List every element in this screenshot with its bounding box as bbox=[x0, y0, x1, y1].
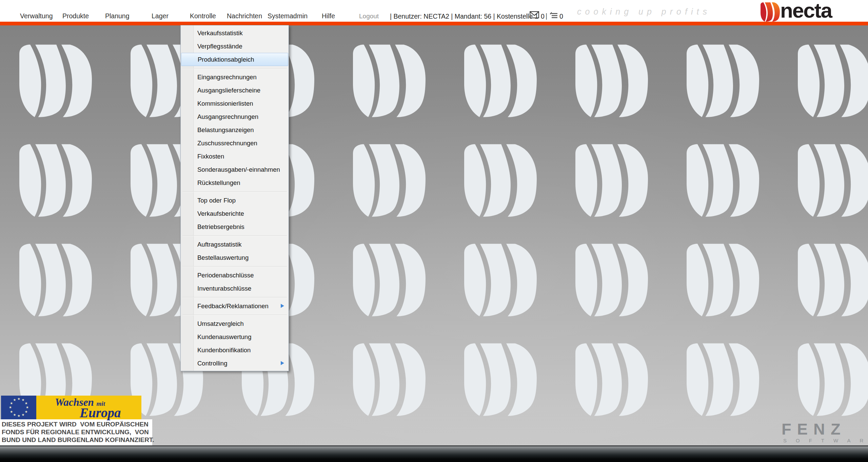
leaf-watermark bbox=[464, 44, 537, 119]
leaf-watermark bbox=[798, 343, 868, 418]
tasks-icon[interactable] bbox=[550, 12, 558, 20]
leaf-watermark bbox=[464, 244, 537, 318]
fenz-watermark: FENZ SOFTWARE bbox=[782, 421, 868, 443]
leaf-watermark bbox=[798, 44, 868, 119]
nav-kontrolle[interactable]: Kontrolle bbox=[190, 12, 216, 20]
menu-item-fixkosten[interactable]: Fixkosten bbox=[181, 150, 289, 163]
eu-banner-title: Wachsen mit Europa bbox=[36, 396, 141, 419]
necta-logo-leaf-icon bbox=[761, 2, 780, 23]
menu-item-inventurabschlüsse[interactable]: Inventurabschlüsse bbox=[181, 282, 289, 295]
nav-systemadmin[interactable]: Systemadmin bbox=[268, 12, 308, 20]
menu-item-kundenauswertung[interactable]: Kundenauswertung bbox=[181, 330, 289, 343]
leaf-watermark bbox=[687, 343, 759, 418]
leaf-watermark bbox=[687, 244, 759, 318]
nav-lager[interactable]: Lager bbox=[152, 12, 169, 20]
count-divider: | bbox=[546, 12, 547, 20]
leaf-watermark bbox=[19, 44, 92, 119]
tasks-count: 0 bbox=[559, 13, 563, 20]
logout-button[interactable]: Logout bbox=[359, 13, 379, 20]
nav-verwaltung[interactable]: Verwaltung bbox=[20, 12, 53, 20]
eu-banner-caption: DIESES PROJEKT WIRD VOM EUROPÄISCHEN FON… bbox=[0, 419, 152, 445]
leaf-watermark bbox=[19, 244, 92, 318]
eu-star-icon: ★ bbox=[22, 398, 25, 402]
session-status: | Benutzer: NECTA2 | Mandant: 56 | Koste… bbox=[390, 13, 538, 20]
leaf-watermark bbox=[353, 244, 426, 318]
menu-separator bbox=[181, 313, 289, 317]
menu-item-auftragsstatistik[interactable]: Auftragsstatistik bbox=[181, 238, 289, 251]
menu-item-kundenbonifikation[interactable]: Kundenbonifikation bbox=[181, 343, 289, 357]
menu-item-feedback-reklamationen[interactable]: Feedback/Reklamationen bbox=[181, 299, 289, 313]
menu-item-verpflegsstände[interactable]: Verpflegsstände bbox=[181, 40, 289, 53]
workspace-background: ★★★★★★★★★★★★ Wachsen mit Europa DIESES P… bbox=[0, 25, 868, 445]
eu-star-icon: ★ bbox=[17, 414, 20, 418]
menu-item-verkaufsstatistik[interactable]: Verkaufsstatistik bbox=[181, 26, 289, 40]
top-bar: VerwaltungProduktePlanungLagerKontrolleN… bbox=[0, 0, 868, 22]
menu-item-periodenabschlüsse[interactable]: Periodenabschlüsse bbox=[181, 269, 289, 282]
leaf-watermark bbox=[353, 44, 426, 119]
mail-count: 0 bbox=[541, 13, 545, 20]
eu-star-icon: ★ bbox=[22, 413, 25, 417]
menu-separator bbox=[181, 295, 289, 299]
nav-nachrichten[interactable]: Nachrichten bbox=[227, 12, 262, 20]
menu-item-produktionsabgleich[interactable]: Produktionsabgleich bbox=[181, 53, 288, 66]
menu-separator bbox=[181, 233, 289, 238]
leaf-watermark bbox=[464, 343, 537, 418]
menu-item-controlling[interactable]: Controlling bbox=[181, 357, 289, 370]
menu-separator bbox=[181, 264, 289, 269]
eu-star-icon: ★ bbox=[9, 406, 12, 409]
brand-tagline: cooking up profits bbox=[577, 7, 711, 17]
eu-star-icon: ★ bbox=[13, 413, 16, 417]
accent-bar bbox=[0, 22, 868, 25]
leaf-watermark bbox=[798, 144, 868, 218]
menu-item-betriebsergebnis[interactable]: Betriebsergebnis bbox=[181, 220, 289, 233]
eu-star-icon: ★ bbox=[10, 402, 13, 405]
leaf-watermark bbox=[353, 343, 426, 418]
leaf-watermark bbox=[687, 144, 759, 218]
kontrolle-dropdown-menu: VerkaufsstatistikVerpflegsständeProdukti… bbox=[180, 25, 289, 371]
menu-item-belastungsanzeigen[interactable]: Belastungsanzeigen bbox=[181, 123, 289, 136]
menu-item-ausgangslieferscheine[interactable]: Ausgangslieferscheine bbox=[181, 84, 289, 97]
eu-flag: ★★★★★★★★★★★★ bbox=[1, 396, 36, 419]
menu-item-zuschussrechnungen[interactable]: Zuschussrechnungen bbox=[181, 136, 289, 150]
menu-separator bbox=[181, 66, 289, 70]
eu-star-icon: ★ bbox=[10, 410, 13, 414]
menu-item-top-oder-flop[interactable]: Top oder Flop bbox=[181, 194, 289, 207]
nav-produkte[interactable]: Produkte bbox=[62, 12, 89, 20]
menu-item-sonderausgaben-einnahmen[interactable]: Sonderausgaben/-einnahmen bbox=[181, 163, 289, 176]
leaf-watermark bbox=[575, 244, 648, 318]
leaf-watermark bbox=[19, 144, 92, 218]
eu-star-icon: ★ bbox=[13, 398, 16, 402]
eu-funding-banner: ★★★★★★★★★★★★ Wachsen mit Europa DIESES P… bbox=[0, 396, 152, 445]
leaf-watermark bbox=[687, 44, 759, 119]
eu-star-icon: ★ bbox=[17, 397, 20, 401]
menu-item-bestellauswertung[interactable]: Bestellauswertung bbox=[181, 251, 289, 264]
nav-planung[interactable]: Planung bbox=[105, 12, 130, 20]
leaf-watermark bbox=[353, 144, 426, 218]
submenu-arrow-icon bbox=[281, 304, 284, 308]
leaf-watermark bbox=[464, 144, 537, 218]
nav-hilfe[interactable]: Hilfe bbox=[322, 12, 335, 20]
leaf-watermark bbox=[798, 244, 868, 318]
bottom-bar bbox=[0, 445, 868, 462]
eu-star-icon: ★ bbox=[25, 410, 28, 414]
eu-star-icon: ★ bbox=[25, 402, 28, 405]
menu-item-verkaufsberichte[interactable]: Verkaufsberichte bbox=[181, 207, 289, 220]
leaf-watermark bbox=[575, 144, 648, 218]
fenz-subtitle: SOFTWARE bbox=[782, 438, 868, 443]
fenz-name: FENZ bbox=[782, 421, 868, 437]
menu-separator bbox=[181, 189, 289, 194]
menu-item-kommissionierlisten[interactable]: Kommissionierlisten bbox=[181, 97, 289, 110]
menu-item-rückstellungen[interactable]: Rückstellungen bbox=[181, 176, 289, 189]
mail-icon[interactable] bbox=[530, 11, 539, 20]
menu-item-umsatzvergleich[interactable]: Umsatzvergleich bbox=[181, 317, 289, 330]
menu-item-eingangsrechnungen[interactable]: Eingangsrechnungen bbox=[181, 70, 289, 84]
leaf-watermark bbox=[575, 343, 648, 418]
eu-star-icon: ★ bbox=[26, 406, 29, 409]
leaf-watermark bbox=[575, 44, 648, 119]
necta-app-window: VerwaltungProduktePlanungLagerKontrolleN… bbox=[0, 0, 868, 462]
menu-item-ausgangsrechnungen[interactable]: Ausgangsrechnungen bbox=[181, 110, 289, 123]
submenu-arrow-icon bbox=[281, 361, 284, 365]
necta-logo-wordmark: necta bbox=[780, 0, 832, 21]
